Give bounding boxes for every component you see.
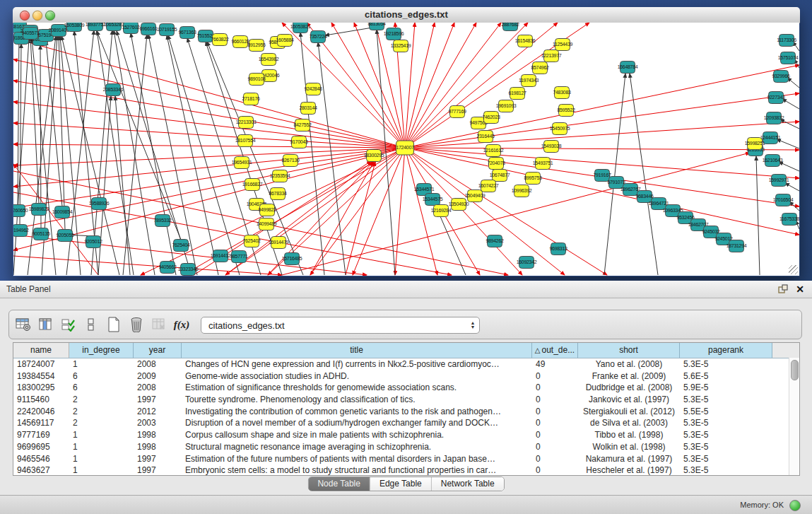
network-node[interactable]: 15493028	[541, 141, 562, 153]
network-node[interactable]: 9660128	[231, 36, 249, 48]
tab-edge-table[interactable]: Edge Table	[370, 477, 432, 491]
table-row[interactable]: 946362711997Embryonic stem cells: a mode…	[13, 465, 799, 476]
table-row[interactable]: 1938455462009Genome-wide association stu…	[13, 370, 799, 382]
cell-short[interactable]: Dudbridge et al. (2008)	[578, 382, 680, 394]
column-header-year[interactable]: year	[134, 343, 182, 358]
cell-short[interactable]: Hescheler et al. (1997)	[578, 465, 680, 476]
network-node[interactable]: 9194962	[13, 225, 29, 237]
network-node[interactable]: 15992971	[769, 175, 789, 187]
cell-out_de[interactable]: 0	[532, 465, 578, 476]
network-node[interactable]: 9170043	[290, 136, 308, 148]
cell-short[interactable]: Stergiakouli et al. (2012)	[578, 406, 680, 418]
cell-year[interactable]: 1997	[134, 394, 182, 406]
cell-title[interactable]: Investigating the contribution of common…	[182, 406, 532, 418]
cell-pagerank[interactable]: 5.3E-5	[680, 465, 772, 476]
network-node[interactable]: 7663822	[211, 34, 229, 46]
cell-pagerank[interactable]: 5.9E-5	[680, 382, 772, 394]
network-node[interactable]: 9205055	[56, 230, 74, 242]
network-node[interactable]: 1527602	[122, 23, 140, 34]
cell-in_degree[interactable]: 1	[69, 358, 134, 370]
cell-pagerank[interactable]: 5.3E-5	[680, 453, 772, 465]
vertical-scrollbar[interactable]	[789, 358, 799, 475]
cell-year[interactable]: 1998	[134, 429, 182, 441]
network-node[interactable]: 8427552	[293, 119, 312, 132]
network-node[interactable]: 16210643	[763, 155, 783, 167]
network-node[interactable]: 14099489	[257, 218, 277, 230]
cell-year[interactable]: 2008	[134, 358, 182, 370]
network-window-titlebar[interactable]: citations_edges.txt	[13, 7, 800, 23]
network-node[interactable]: 13325419	[391, 40, 411, 52]
network-node[interactable]: 16543982	[259, 54, 279, 66]
network-node[interactable]: 12169284	[431, 205, 452, 217]
network-node[interactable]: 16053821	[290, 23, 311, 33]
cell-out_de[interactable]: 0	[532, 406, 578, 418]
network-node[interactable]: 9698313	[549, 243, 567, 255]
network-node[interactable]: 9499822	[258, 204, 276, 216]
cell-out_de[interactable]: 0	[532, 429, 578, 441]
network-node[interactable]: 12213303	[236, 117, 257, 129]
network-node[interactable]: 19691093	[496, 100, 517, 112]
network-node[interactable]: 8995753	[524, 173, 542, 185]
network-node[interactable]: 10996392	[512, 185, 532, 197]
zoom-window-button[interactable]	[45, 11, 55, 21]
network-node[interactable]: 6966161	[139, 23, 158, 35]
network-node[interactable]: 10674877	[490, 170, 510, 182]
network-node[interactable]: 15716485	[282, 253, 302, 265]
column-header-pagerank[interactable]: pagerank	[680, 343, 772, 358]
cell-year[interactable]: 2012	[134, 406, 182, 418]
table-row[interactable]: 911546021997Tourette syndrome. Phenomeno…	[13, 394, 799, 406]
network-node[interactable]: 24260650	[13, 205, 28, 217]
network-node[interactable]: 8595522	[557, 105, 575, 117]
network-node[interactable]: 16009854	[52, 206, 73, 218]
cell-in_degree[interactable]: 1	[69, 429, 134, 441]
network-node[interactable]: 11974343	[519, 75, 539, 87]
cell-name[interactable]: 9699695	[13, 441, 69, 453]
cell-in_degree[interactable]: 6	[69, 370, 134, 382]
network-node[interactable]: 9894262	[486, 235, 504, 247]
cell-pagerank[interactable]: 5.3E-5	[680, 429, 772, 441]
cell-title[interactable]: Changes of HCN gene expression and I(f) …	[182, 358, 532, 370]
cell-title[interactable]: Tourette syndrome. Phenomenology and cla…	[182, 394, 532, 406]
network-node[interactable]: 7204078	[487, 158, 505, 170]
cell-pagerank[interactable]: 5.3E-5	[680, 417, 772, 429]
network-node[interactable]: 19218596	[384, 28, 404, 40]
network-node[interactable]: 9777169	[448, 106, 466, 118]
network-node[interactable]: 13504920	[449, 199, 469, 211]
network-node[interactable]: 12353594	[270, 170, 290, 182]
close-window-button[interactable]	[20, 11, 30, 21]
cell-in_degree[interactable]: 6	[69, 382, 134, 394]
table-row[interactable]: 969969511998Structural magnetic resonanc…	[13, 441, 799, 453]
cell-short[interactable]: Nakamura et al. (1997)	[578, 453, 680, 465]
float-panel-icon[interactable]	[778, 284, 788, 294]
network-node[interactable]: 12161612	[483, 145, 504, 157]
table-selector-dropdown[interactable]: citations_edges.txt ▲▼	[201, 317, 480, 334]
minimize-window-button[interactable]	[33, 11, 42, 21]
cell-year[interactable]: 1997	[134, 453, 182, 465]
network-node[interactable]: 7462023	[482, 112, 500, 124]
cell-name[interactable]: 19384554	[13, 370, 69, 382]
network-node[interactable]: 9227343	[767, 92, 785, 104]
network-node[interactable]: 7895332	[153, 215, 172, 227]
close-panel-icon[interactable]: ✕	[796, 284, 804, 295]
cell-year[interactable]: 1997	[134, 465, 182, 476]
network-node[interactable]: 7483083	[553, 87, 571, 99]
network-node[interactable]: 9329966	[772, 71, 790, 83]
column-visibility-icon[interactable]	[37, 316, 54, 333]
cell-short[interactable]: Yano et al. (2008)	[578, 358, 680, 370]
cell-year[interactable]: 2008	[134, 382, 182, 394]
network-node[interactable]: 18300295	[364, 150, 384, 162]
network-node[interactable]: 15450975	[550, 123, 570, 135]
network-node[interactable]: 19166827	[242, 179, 263, 191]
network-node[interactable]: 11173306	[777, 35, 796, 47]
select-all-columns-icon[interactable]	[60, 316, 77, 333]
cell-pagerank[interactable]: 5.3E-5	[680, 358, 772, 370]
cell-short[interactable]: Tibbo et al. (1998)	[578, 429, 680, 441]
network-node[interactable]: 15493751	[533, 158, 553, 170]
network-node[interactable]: 8912955	[247, 40, 266, 52]
network-node[interactable]: 16154836	[515, 35, 536, 47]
network-node[interactable]: 9857771	[230, 251, 248, 263]
cell-out_de[interactable]: 49	[532, 358, 578, 370]
network-node[interactable]: 19654931	[232, 157, 252, 169]
table-row[interactable]: 1830029562008Estimation of significance …	[13, 382, 799, 394]
cell-short[interactable]: Franke et al. (2009)	[578, 370, 680, 382]
